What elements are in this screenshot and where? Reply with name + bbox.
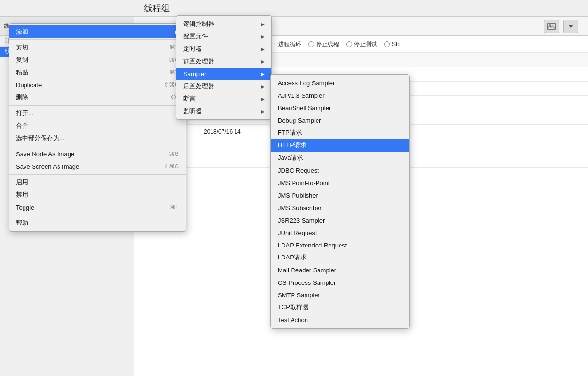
menu-item-smtp[interactable]: SMTP Sampler <box>271 289 409 301</box>
menu-item-test-action-label: Test Action <box>278 317 308 324</box>
menu-item-jms-publisher[interactable]: JMS Publisher <box>271 189 409 201</box>
menu-item-duplicate[interactable]: Duplicate ⇧⌘C <box>9 79 186 91</box>
menu-item-os-process-label: OS Process Sampler <box>278 279 336 286</box>
menu-item-jsr223[interactable]: JSR223 Sampler <box>271 214 409 226</box>
menu-item-paste[interactable]: 粘贴 ⌘V <box>9 66 186 79</box>
menu-item-assertion[interactable]: 断言 ▶ <box>176 93 271 105</box>
menu-item-sampler-arrow: ▶ <box>261 71 265 77</box>
menu-item-tcp-label: TCP取样器 <box>278 303 309 312</box>
radio-sto-label: Sto <box>392 41 400 47</box>
menu-item-disable-label: 禁用 <box>16 190 28 199</box>
menu-item-config-arrow: ▶ <box>261 34 265 39</box>
menu-item-copy[interactable]: 复制 ⌘C <box>9 54 186 66</box>
end-time-value: 2018/07/16 14 <box>204 129 241 135</box>
menu-item-help[interactable]: 帮助 <box>9 217 186 229</box>
menu-item-enable-label: 启用 <box>16 178 28 187</box>
radio-sto[interactable]: Sto <box>384 41 400 47</box>
menu-item-post-processor[interactable]: 后置处理器 ▶ <box>176 80 271 93</box>
menu-item-assertion-label: 断言 <box>183 94 196 103</box>
menu-item-beanshell[interactable]: BeanShell Sampler <box>271 102 409 114</box>
menu-item-timer-label: 定时器 <box>183 45 202 53</box>
context-menu-level3: Access Log Sampler AJP/1.3 Sampler BeanS… <box>270 74 410 329</box>
menu-item-post-arrow: ▶ <box>261 84 265 89</box>
menu-item-pre-processor[interactable]: 前置处理器 ▶ <box>176 55 271 68</box>
menu-item-timer[interactable]: 定时器 ▶ <box>176 43 271 55</box>
menu-item-mail-reader[interactable]: Mail Reader Sampler <box>271 264 409 276</box>
menu-item-java[interactable]: Java请求 <box>271 152 409 164</box>
menu-item-toggle-shortcut: ⌘T <box>170 204 179 211</box>
separator-1 <box>9 39 186 40</box>
menu-item-java-label: Java请求 <box>278 153 303 162</box>
menu-item-cut-label: 剪切 <box>16 43 28 52</box>
radio-stop-thread[interactable]: 停止线程 <box>308 40 339 48</box>
menu-item-jdbc[interactable]: JDBC Request <box>271 164 409 176</box>
menu-item-tcp[interactable]: TCP取样器 <box>271 301 409 314</box>
menu-item-jms-subscriber-label: JMS Subscriber <box>278 204 322 212</box>
menu-item-ldap-extended[interactable]: LDAP Extended Request <box>271 239 409 251</box>
menu-item-save-screen-shortcut: ⇧⌘G <box>164 163 179 170</box>
menu-item-listener[interactable]: 监听器 ▶ <box>176 105 271 118</box>
menu-item-help-label: 帮助 <box>16 219 28 227</box>
separator-5 <box>9 215 186 215</box>
menu-item-assertion-arrow: ▶ <box>261 96 265 102</box>
menu-item-os-process[interactable]: OS Process Sampler <box>271 276 409 289</box>
menu-item-add-label: 添加 <box>16 27 28 36</box>
menu-item-junit[interactable]: JUnit Request <box>271 226 409 239</box>
menu-item-jms-point[interactable]: JMS Point-to-Point <box>271 176 409 189</box>
menu-item-logic-label: 逻辑控制器 <box>183 20 214 28</box>
menu-item-pre-arrow: ▶ <box>261 59 265 64</box>
menu-item-ldap-label: LDAP请求 <box>278 253 306 262</box>
menu-item-merge[interactable]: 合并 <box>9 119 186 132</box>
menu-item-ldap-extended-label: LDAP Extended Request <box>278 242 347 249</box>
menu-item-enable[interactable]: 启用 <box>9 176 186 188</box>
menu-item-merge-label: 合并 <box>16 121 28 130</box>
menu-item-beanshell-label: BeanShell Sampler <box>278 105 331 112</box>
menu-item-save-screen[interactable]: Save Screen As Image ⇧⌘G <box>9 160 186 173</box>
menu-item-post-label: 后置处理器 <box>183 82 214 91</box>
menu-item-sampler[interactable]: Sampler ▶ <box>176 68 271 80</box>
radio-stop-test[interactable]: 停止测试 <box>346 40 377 48</box>
menu-item-save-node-label: Save Node As Image <box>16 151 74 158</box>
menu-item-config-label: 配置元件 <box>183 32 208 41</box>
menu-item-save-partial[interactable]: 选中部分保存为... <box>9 132 186 144</box>
menu-item-mail-reader-label: Mail Reader Sampler <box>278 267 336 274</box>
menu-item-cut[interactable]: 剪切 ⌘X <box>9 41 186 54</box>
radio-stop-thread-circle <box>308 41 314 47</box>
menu-item-debug-label: Debug Sampler <box>278 117 321 124</box>
menu-item-ftp[interactable]: FTP请求 <box>271 127 409 139</box>
menu-item-delete[interactable]: 删除 ⌫ <box>9 91 186 104</box>
menu-item-jms-publisher-label: JMS Publisher <box>278 192 318 199</box>
menu-item-http-label: HTTP请求 <box>278 141 306 150</box>
menu-item-toggle[interactable]: Toggle ⌘T <box>9 201 186 213</box>
menu-item-jdbc-label: JDBC Request <box>278 167 319 174</box>
radio-stop-test-label: 停止测试 <box>354 40 377 48</box>
menu-item-add[interactable]: 添加 ▶ <box>9 25 186 38</box>
separator-2 <box>9 105 186 106</box>
menu-item-ajp[interactable]: AJP/1.3 Sampler <box>271 89 409 102</box>
dropdown-icon-button[interactable] <box>563 20 578 33</box>
menu-item-junit-label: JUnit Request <box>278 229 317 236</box>
menu-item-access-log[interactable]: Access Log Sampler <box>271 77 409 89</box>
menu-item-logic-controller[interactable]: 逻辑控制器 ▶ <box>176 18 271 30</box>
separator-3 <box>9 146 186 146</box>
page-title: 线程组 <box>144 2 170 14</box>
menu-item-debug[interactable]: Debug Sampler <box>271 114 409 127</box>
menu-item-pre-label: 前置处理器 <box>183 57 214 66</box>
radio-stop-thread-label: 停止线程 <box>316 40 339 48</box>
menu-item-config-element[interactable]: 配置元件 ▶ <box>176 30 271 43</box>
menu-item-duplicate-label: Duplicate <box>16 82 42 89</box>
menu-item-test-action[interactable]: Test Action <box>271 314 409 326</box>
menu-item-ldap[interactable]: LDAP请求 <box>271 251 409 264</box>
menu-item-copy-label: 复制 <box>16 56 28 64</box>
menu-item-jms-point-label: JMS Point-to-Point <box>278 179 329 187</box>
menu-item-jms-subscriber[interactable]: JMS Subscriber <box>271 201 409 214</box>
menu-item-save-partial-label: 选中部分保存为... <box>16 134 65 142</box>
image-icon-button[interactable] <box>544 20 559 33</box>
menu-item-access-log-label: Access Log Sampler <box>278 80 335 87</box>
menu-item-http[interactable]: HTTP请求 <box>271 139 409 152</box>
menu-item-disable[interactable]: 禁用 <box>9 188 186 201</box>
menu-item-save-node[interactable]: Save Node As Image ⌘G <box>9 148 186 160</box>
menu-item-open-label: 打开... <box>16 109 34 118</box>
menu-item-save-screen-label: Save Screen As Image <box>16 163 79 170</box>
menu-item-open[interactable]: 打开... <box>9 107 186 119</box>
